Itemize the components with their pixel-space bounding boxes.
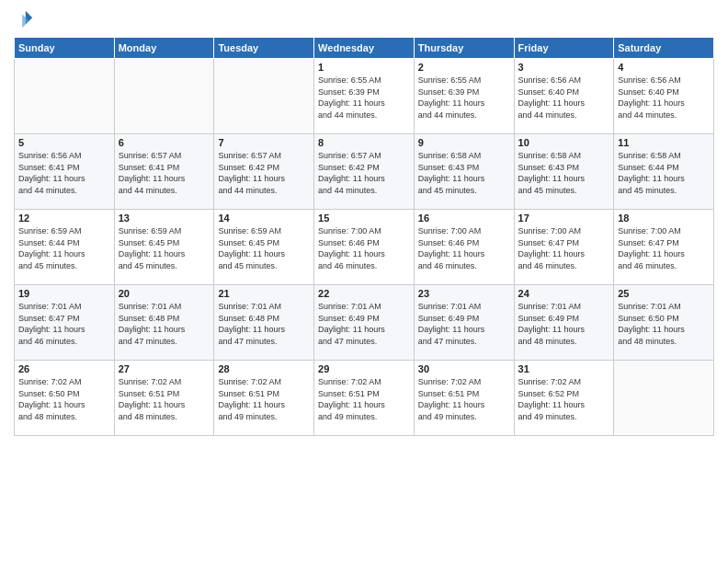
day-info: Sunrise: 7:02 AM Sunset: 6:51 PM Dayligh… [218, 376, 310, 422]
weekday-header-sunday: Sunday [15, 38, 115, 59]
day-cell: 6Sunrise: 6:57 AM Sunset: 6:41 PM Daylig… [114, 134, 214, 210]
day-info: Sunrise: 7:00 AM Sunset: 6:46 PM Dayligh… [318, 225, 410, 271]
day-cell: 10Sunrise: 6:58 AM Sunset: 6:43 PM Dayli… [514, 134, 614, 210]
day-number: 5 [18, 137, 110, 148]
day-cell: 28Sunrise: 7:02 AM Sunset: 6:51 PM Dayli… [214, 361, 314, 436]
day-info: Sunrise: 7:01 AM Sunset: 6:47 PM Dayligh… [18, 301, 110, 347]
day-info: Sunrise: 6:59 AM Sunset: 6:44 PM Dayligh… [18, 225, 110, 271]
weekday-header-friday: Friday [514, 38, 614, 59]
week-row-4: 19Sunrise: 7:01 AM Sunset: 6:47 PM Dayli… [15, 285, 714, 361]
day-number: 22 [318, 288, 410, 299]
day-number: 31 [518, 363, 610, 374]
day-info: Sunrise: 6:55 AM Sunset: 6:39 PM Dayligh… [318, 75, 410, 121]
day-number: 21 [218, 288, 310, 299]
day-cell: 1Sunrise: 6:55 AM Sunset: 6:39 PM Daylig… [314, 59, 415, 134]
day-cell: 15Sunrise: 7:00 AM Sunset: 6:46 PM Dayli… [314, 210, 415, 285]
day-number: 26 [18, 363, 110, 374]
day-number: 20 [119, 288, 210, 299]
day-cell [614, 361, 714, 436]
day-info: Sunrise: 6:59 AM Sunset: 6:45 PM Dayligh… [119, 225, 210, 271]
day-info: Sunrise: 7:01 AM Sunset: 6:49 PM Dayligh… [518, 301, 610, 347]
day-number: 12 [18, 213, 110, 224]
day-cell [15, 59, 115, 134]
day-info: Sunrise: 6:59 AM Sunset: 6:45 PM Dayligh… [218, 225, 310, 271]
day-cell: 19Sunrise: 7:01 AM Sunset: 6:47 PM Dayli… [15, 285, 115, 361]
day-cell: 17Sunrise: 7:00 AM Sunset: 6:47 PM Dayli… [514, 210, 614, 285]
logo [14, 9, 36, 29]
day-info: Sunrise: 7:00 AM Sunset: 6:47 PM Dayligh… [518, 225, 610, 271]
day-number: 17 [518, 213, 610, 224]
day-number: 28 [218, 363, 310, 374]
day-number: 23 [418, 288, 510, 299]
day-cell: 2Sunrise: 6:55 AM Sunset: 6:39 PM Daylig… [414, 59, 514, 134]
day-number: 2 [418, 62, 510, 73]
day-info: Sunrise: 6:58 AM Sunset: 6:44 PM Dayligh… [618, 150, 710, 196]
day-cell [214, 59, 314, 134]
day-info: Sunrise: 6:56 AM Sunset: 6:41 PM Dayligh… [18, 150, 110, 196]
day-number: 11 [618, 137, 710, 148]
logo-icon [14, 9, 34, 29]
day-number: 30 [418, 363, 510, 374]
day-info: Sunrise: 6:57 AM Sunset: 6:41 PM Dayligh… [119, 150, 210, 196]
day-number: 10 [518, 137, 610, 148]
week-row-3: 12Sunrise: 6:59 AM Sunset: 6:44 PM Dayli… [15, 210, 714, 285]
day-number: 6 [119, 137, 210, 148]
day-cell: 22Sunrise: 7:01 AM Sunset: 6:49 PM Dayli… [314, 285, 415, 361]
day-number: 8 [318, 137, 410, 148]
day-cell: 16Sunrise: 7:00 AM Sunset: 6:46 PM Dayli… [414, 210, 514, 285]
day-cell: 26Sunrise: 7:02 AM Sunset: 6:50 PM Dayli… [15, 361, 115, 436]
day-info: Sunrise: 7:01 AM Sunset: 6:50 PM Dayligh… [618, 301, 710, 347]
day-cell: 14Sunrise: 6:59 AM Sunset: 6:45 PM Dayli… [214, 210, 314, 285]
day-cell: 25Sunrise: 7:01 AM Sunset: 6:50 PM Dayli… [614, 285, 714, 361]
day-info: Sunrise: 6:56 AM Sunset: 6:40 PM Dayligh… [618, 75, 710, 121]
weekday-header-tuesday: Tuesday [214, 38, 314, 59]
day-info: Sunrise: 7:02 AM Sunset: 6:52 PM Dayligh… [518, 376, 610, 422]
day-cell: 3Sunrise: 6:56 AM Sunset: 6:40 PM Daylig… [514, 59, 614, 134]
header [14, 9, 714, 29]
day-cell: 27Sunrise: 7:02 AM Sunset: 6:51 PM Dayli… [114, 361, 214, 436]
week-row-1: 1Sunrise: 6:55 AM Sunset: 6:39 PM Daylig… [15, 59, 714, 134]
day-number: 15 [318, 213, 410, 224]
week-row-2: 5Sunrise: 6:56 AM Sunset: 6:41 PM Daylig… [15, 134, 714, 210]
day-cell: 24Sunrise: 7:01 AM Sunset: 6:49 PM Dayli… [514, 285, 614, 361]
day-info: Sunrise: 6:56 AM Sunset: 6:40 PM Dayligh… [518, 75, 610, 121]
weekday-header-thursday: Thursday [414, 38, 514, 59]
day-cell: 21Sunrise: 7:01 AM Sunset: 6:48 PM Dayli… [214, 285, 314, 361]
day-cell: 4Sunrise: 6:56 AM Sunset: 6:40 PM Daylig… [614, 59, 714, 134]
weekday-header-row: SundayMondayTuesdayWednesdayThursdayFrid… [15, 38, 714, 59]
day-info: Sunrise: 7:01 AM Sunset: 6:48 PM Dayligh… [119, 301, 210, 347]
calendar-container: SundayMondayTuesdayWednesdayThursdayFrid… [0, 0, 728, 563]
day-info: Sunrise: 7:02 AM Sunset: 6:51 PM Dayligh… [119, 376, 210, 422]
day-info: Sunrise: 6:58 AM Sunset: 6:43 PM Dayligh… [518, 150, 610, 196]
day-info: Sunrise: 7:02 AM Sunset: 6:51 PM Dayligh… [318, 376, 410, 422]
day-cell: 31Sunrise: 7:02 AM Sunset: 6:52 PM Dayli… [514, 361, 614, 436]
day-cell: 9Sunrise: 6:58 AM Sunset: 6:43 PM Daylig… [414, 134, 514, 210]
day-number: 9 [418, 137, 510, 148]
day-cell: 12Sunrise: 6:59 AM Sunset: 6:44 PM Dayli… [15, 210, 115, 285]
day-info: Sunrise: 6:55 AM Sunset: 6:39 PM Dayligh… [418, 75, 510, 121]
day-info: Sunrise: 7:01 AM Sunset: 6:49 PM Dayligh… [418, 301, 510, 347]
weekday-header-saturday: Saturday [614, 38, 714, 59]
day-number: 27 [119, 363, 210, 374]
day-cell: 20Sunrise: 7:01 AM Sunset: 6:48 PM Dayli… [114, 285, 214, 361]
day-cell: 8Sunrise: 6:57 AM Sunset: 6:42 PM Daylig… [314, 134, 415, 210]
day-cell: 13Sunrise: 6:59 AM Sunset: 6:45 PM Dayli… [114, 210, 214, 285]
day-number: 7 [218, 137, 310, 148]
day-number: 14 [218, 213, 310, 224]
day-number: 13 [119, 213, 210, 224]
day-cell: 29Sunrise: 7:02 AM Sunset: 6:51 PM Dayli… [314, 361, 415, 436]
day-info: Sunrise: 6:58 AM Sunset: 6:43 PM Dayligh… [418, 150, 510, 196]
day-info: Sunrise: 6:57 AM Sunset: 6:42 PM Dayligh… [318, 150, 410, 196]
day-number: 19 [18, 288, 110, 299]
weekday-header-monday: Monday [114, 38, 214, 59]
day-info: Sunrise: 7:02 AM Sunset: 6:50 PM Dayligh… [18, 376, 110, 422]
calendar-table: SundayMondayTuesdayWednesdayThursdayFrid… [14, 37, 714, 436]
day-info: Sunrise: 7:00 AM Sunset: 6:47 PM Dayligh… [618, 225, 710, 271]
day-cell: 18Sunrise: 7:00 AM Sunset: 6:47 PM Dayli… [614, 210, 714, 285]
day-number: 18 [618, 213, 710, 224]
day-number: 24 [518, 288, 610, 299]
week-row-5: 26Sunrise: 7:02 AM Sunset: 6:50 PM Dayli… [15, 361, 714, 436]
day-number: 29 [318, 363, 410, 374]
day-info: Sunrise: 6:57 AM Sunset: 6:42 PM Dayligh… [218, 150, 310, 196]
day-cell: 7Sunrise: 6:57 AM Sunset: 6:42 PM Daylig… [214, 134, 314, 210]
